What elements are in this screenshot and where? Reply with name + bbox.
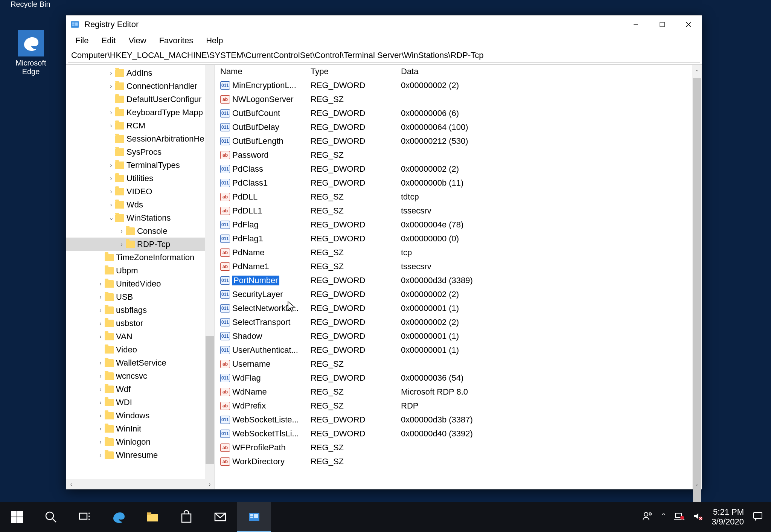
maximize-button[interactable] — [649, 15, 675, 34]
value-row[interactable]: abNWLogonServerREG_SZ — [220, 92, 702, 106]
menu-help[interactable]: Help — [201, 34, 228, 47]
scrollbar-thumb[interactable] — [693, 78, 701, 508]
column-header-data[interactable]: Data — [401, 67, 702, 76]
value-row[interactable]: 011SecurityLayerREG_DWORD0x00000002 (2) — [220, 287, 702, 301]
expand-icon[interactable]: › — [96, 320, 105, 327]
close-button[interactable] — [675, 15, 702, 34]
tree-item[interactable]: ›KeyboardType Mapp — [66, 106, 215, 119]
tree-item[interactable]: ›VIDEO — [66, 185, 215, 198]
taskbar[interactable]: ˄ 5:21 PM 3/9/2020 — [0, 502, 771, 532]
expand-icon[interactable]: › — [107, 188, 115, 195]
value-row[interactable]: 011SelectNetworkD...REG_DWORD0x00000001 … — [220, 301, 702, 315]
expand-icon[interactable]: › — [96, 439, 105, 445]
expand-icon[interactable]: › — [96, 452, 105, 459]
tree-item[interactable]: ›Console — [66, 224, 215, 238]
tree-item[interactable]: SysProcs — [66, 145, 215, 159]
value-row[interactable]: abWFProfilePathREG_SZ — [220, 441, 702, 454]
column-header-type[interactable]: Type — [311, 67, 401, 76]
expand-icon[interactable]: › — [96, 386, 105, 393]
scroll-down-arrow-icon[interactable]: ⌄ — [692, 479, 702, 489]
value-row[interactable]: abWorkDirectoryREG_SZ — [220, 454, 702, 468]
tree-item[interactable]: ›Windows — [66, 409, 215, 422]
scrollbar-thumb[interactable] — [206, 336, 214, 464]
value-row[interactable]: abPdDLL1REG_SZtssecsrv — [220, 204, 702, 218]
expand-icon[interactable]: › — [107, 70, 115, 76]
menu-view[interactable]: View — [123, 34, 151, 47]
volume-icon[interactable] — [693, 511, 703, 523]
value-list[interactable]: 011MinEncryptionL...REG_DWORD0x00000002 … — [215, 78, 702, 489]
value-row[interactable]: abPasswordREG_SZ — [220, 148, 702, 162]
tree-item[interactable]: ›usbstor — [66, 317, 215, 330]
expand-icon[interactable]: › — [107, 201, 115, 208]
people-icon[interactable] — [642, 511, 653, 524]
menu-file[interactable]: File — [70, 34, 94, 47]
tree-item[interactable]: ›UnitedVideo — [66, 277, 215, 290]
tree-item[interactable]: ›Winresume — [66, 448, 215, 462]
tree-item[interactable]: ›RDP-Tcp — [66, 238, 215, 251]
taskbar-mail-button[interactable] — [203, 502, 237, 532]
menu-edit[interactable]: Edit — [96, 34, 121, 47]
expand-icon[interactable]: › — [107, 122, 115, 129]
menu-favorites[interactable]: Favorites — [154, 34, 198, 47]
tree-item[interactable]: TimeZoneInformation — [66, 251, 215, 264]
tree-item[interactable]: DefaultUserConfigur — [66, 93, 215, 106]
taskbar-regedit-button[interactable] — [237, 502, 271, 532]
value-row[interactable]: 011PdFlagREG_DWORD0x0000004e (78) — [220, 218, 702, 232]
network-icon[interactable] — [674, 511, 684, 523]
address-bar[interactable]: Computer\HKEY_LOCAL_MACHINE\SYSTEM\Curre… — [68, 48, 700, 63]
tree-item[interactable]: ›USB — [66, 290, 215, 303]
value-row[interactable]: 011OutBufDelayREG_DWORD0x00000064 (100) — [220, 120, 702, 134]
expand-icon[interactable]: › — [96, 373, 105, 380]
expand-icon[interactable]: › — [107, 175, 115, 182]
tree-item[interactable]: ›Winlogon — [66, 435, 215, 448]
value-row[interactable]: abUsernameREG_SZ — [220, 357, 702, 371]
list-scrollbar-vertical[interactable]: ⌃ ⌄ — [692, 65, 702, 489]
titlebar[interactable]: Registry Editor — [66, 15, 702, 34]
expand-icon[interactable]: › — [107, 109, 115, 116]
value-row[interactable]: 011ShadowREG_DWORD0x00000001 (1) — [220, 329, 702, 343]
tree-item[interactable]: ›RCM — [66, 119, 215, 132]
tree-item[interactable]: ›wcncsvc — [66, 369, 215, 383]
expand-icon[interactable]: › — [96, 425, 105, 432]
tree-item[interactable]: ›usbflags — [66, 303, 215, 317]
expand-icon[interactable]: › — [96, 360, 105, 366]
value-row[interactable]: 011PdClass1REG_DWORD0x0000000b (11) — [220, 176, 702, 190]
tree-item[interactable]: Ubpm — [66, 264, 215, 277]
scroll-left-arrow-icon[interactable]: ‹ — [66, 479, 76, 489]
expand-icon[interactable]: › — [96, 307, 105, 314]
tree-item[interactable]: ⌄WinStations — [66, 211, 215, 224]
value-row[interactable]: 011UserAuthenticat...REG_DWORD0x00000001… — [220, 343, 702, 357]
tree-scrollbar-vertical[interactable] — [205, 65, 215, 479]
expand-icon[interactable]: › — [96, 294, 105, 300]
expand-icon[interactable]: › — [96, 280, 105, 287]
search-button[interactable] — [34, 502, 68, 532]
tree-item[interactable]: ›WinInit — [66, 422, 215, 435]
tree-item[interactable]: ›WalletService — [66, 356, 215, 369]
expand-icon[interactable]: › — [96, 399, 105, 406]
collapse-icon[interactable]: ⌄ — [107, 214, 115, 221]
taskbar-file-explorer-button[interactable] — [136, 502, 169, 532]
value-row[interactable]: 011MinEncryptionL...REG_DWORD0x00000002 … — [220, 78, 702, 92]
value-row[interactable]: abPdName1REG_SZtssecsrv — [220, 259, 702, 273]
start-button[interactable] — [0, 502, 34, 532]
tree-item[interactable]: ›Utilities — [66, 172, 215, 185]
value-row[interactable]: 011WebSocketTlsLi...REG_DWORD0x00000d40 … — [220, 427, 702, 441]
value-row[interactable]: 011PdFlag1REG_DWORD0x00000000 (0) — [220, 232, 702, 245]
value-list-header[interactable]: Name Type Data — [215, 65, 702, 78]
scroll-right-arrow-icon[interactable]: › — [205, 479, 215, 489]
minimize-button[interactable] — [623, 15, 649, 34]
value-row[interactable]: 011PortNumberREG_DWORD0x00000d3d (3389) — [220, 273, 702, 287]
tree-item[interactable]: ›ConnectionHandler — [66, 79, 215, 93]
tree-item[interactable]: ›Wds — [66, 198, 215, 211]
taskbar-edge-button[interactable] — [102, 502, 136, 532]
tree-scrollbar-horizontal[interactable]: ‹ › — [66, 479, 215, 489]
tree-item[interactable]: ›VAN — [66, 330, 215, 343]
tree-item[interactable]: SessionArbitrationHe — [66, 132, 215, 145]
value-row[interactable]: 011OutBufCountREG_DWORD0x00000006 (6) — [220, 106, 702, 120]
tray-chevron-up-icon[interactable]: ˄ — [661, 512, 666, 522]
expand-icon[interactable]: › — [96, 412, 105, 419]
taskbar-clock[interactable]: 5:21 PM 3/9/2020 — [712, 507, 744, 527]
value-row[interactable]: 011SelectTransportREG_DWORD0x00000002 (2… — [220, 315, 702, 329]
tree-item[interactable]: ›TerminalTypes — [66, 159, 215, 172]
scroll-up-arrow-icon[interactable]: ⌃ — [692, 67, 702, 77]
